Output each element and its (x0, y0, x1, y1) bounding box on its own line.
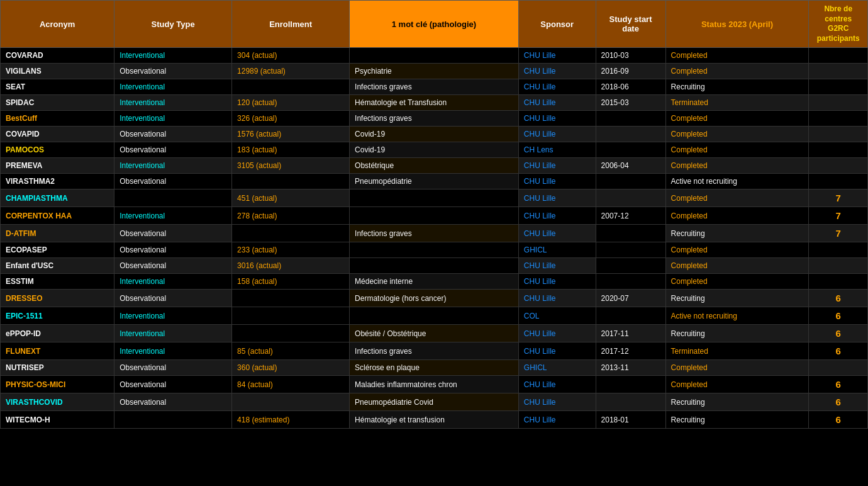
table-row: NUTRISEPObservational360 (actual)Scléros… (1, 360, 868, 376)
cell-start-date (596, 174, 665, 189)
cell-acronym: D-ATFIM (1, 225, 114, 242)
cell-keyword: Infections graves (350, 225, 519, 242)
cell-sponsor: CHU Lille (518, 290, 596, 307)
cell-nbre: 6 (809, 342, 868, 360)
cell-keyword: Covid-19 (350, 142, 519, 158)
header-acronym: Acronym (1, 1, 114, 48)
cell-nbre: 7 (809, 207, 868, 225)
cell-study-type: Interventional (114, 274, 232, 290)
cell-study-type: Observational (114, 64, 232, 79)
cell-acronym: WITECMO-H (1, 411, 114, 429)
cell-start-date (596, 307, 665, 325)
cell-nbre: 7 (809, 225, 868, 242)
cell-start-date: 2015-03 (596, 95, 665, 111)
cell-keyword (350, 242, 519, 258)
cell-start-date: 2016-09 (596, 64, 665, 79)
cell-start-date (596, 225, 665, 242)
cell-sponsor: CHU Lille (518, 207, 596, 225)
cell-start-date (596, 142, 665, 158)
table-row: VIGILANSObservational12989 (actual)Psych… (1, 64, 868, 79)
cell-enrollment: 120 (actual) (232, 95, 350, 111)
cell-acronym: NUTRISEP (1, 360, 114, 376)
table-row: WITECMO-H418 (estimated)Hématologie et t… (1, 411, 868, 429)
cell-enrollment: 183 (actual) (232, 142, 350, 158)
cell-nbre (809, 48, 868, 64)
cell-nbre: 6 (809, 325, 868, 342)
cell-start-date: 2017-12 (596, 342, 665, 360)
table-row: EPIC-1511InterventionalCOLActive not rec… (1, 307, 868, 325)
cell-sponsor: CHU Lille (518, 393, 596, 411)
cell-enrollment (232, 325, 350, 342)
table-row: ESSTIMInterventional158 (actual)Médecine… (1, 274, 868, 290)
cell-acronym: PHYSIC-OS-MICI (1, 376, 114, 393)
cell-keyword: Hématologie et transfusion (350, 411, 519, 429)
cell-study-type: Observational (114, 225, 232, 242)
header-sponsor: Sponsor (518, 1, 596, 48)
cell-status: Completed (665, 376, 809, 393)
header-row: Acronym Study Type Enrollment 1 mot clé … (1, 1, 868, 48)
cell-acronym: EPIC-1511 (1, 307, 114, 325)
cell-status: Completed (665, 111, 809, 127)
main-table: Acronym Study Type Enrollment 1 mot clé … (0, 0, 868, 429)
cell-keyword: Pneumopédiatrie (350, 174, 519, 189)
cell-acronym: PREMEVA (1, 158, 114, 174)
cell-acronym: ECOPASEP (1, 242, 114, 258)
cell-keyword: Médecine interne (350, 274, 519, 290)
table-row: D-ATFIMObservationalInfections gravesCHU… (1, 225, 868, 242)
cell-enrollment: 418 (estimated) (232, 411, 350, 429)
cell-study-type: Observational (114, 258, 232, 274)
cell-nbre: 6 (809, 307, 868, 325)
cell-sponsor: CHU Lille (518, 411, 596, 429)
cell-study-type: Observational (114, 290, 232, 307)
cell-keyword: Infections graves (350, 342, 519, 360)
cell-start-date (596, 127, 665, 142)
cell-keyword: Maladies inflammatoires chron (350, 376, 519, 393)
cell-nbre (809, 274, 868, 290)
cell-start-date (596, 242, 665, 258)
header-keyword: 1 mot clé (pathologie) (350, 1, 519, 48)
cell-start-date (596, 376, 665, 393)
cell-enrollment: 12989 (actual) (232, 64, 350, 79)
cell-study-type: Interventional (114, 342, 232, 360)
cell-enrollment: 304 (actual) (232, 48, 350, 64)
cell-nbre (809, 111, 868, 127)
table-row: CHAMPIASTHMA451 (actual)CHU LilleComplet… (1, 189, 868, 207)
cell-start-date: 2013-11 (596, 360, 665, 376)
cell-acronym: ESSTIM (1, 274, 114, 290)
cell-acronym: Enfant d'USC (1, 258, 114, 274)
cell-acronym: PAMOCOS (1, 142, 114, 158)
table-row: CORPENTOX HAAInterventional278 (actual)C… (1, 207, 868, 225)
cell-nbre (809, 95, 868, 111)
cell-nbre (809, 142, 868, 158)
cell-start-date (596, 393, 665, 411)
cell-status: Completed (665, 258, 809, 274)
table-row: COVARADInterventional304 (actual)CHU Lil… (1, 48, 868, 64)
cell-sponsor: CHU Lille (518, 342, 596, 360)
cell-nbre (809, 158, 868, 174)
table-row: SPIDACInterventional120 (actual)Hématolo… (1, 95, 868, 111)
cell-sponsor: CHU Lille (518, 127, 596, 142)
cell-acronym: VIRASTHMA2 (1, 174, 114, 189)
cell-keyword: Obésité / Obstétrique (350, 325, 519, 342)
cell-enrollment: 233 (actual) (232, 242, 350, 258)
cell-study-type: Observational (114, 142, 232, 158)
cell-acronym: ePPOP-ID (1, 325, 114, 342)
cell-enrollment (232, 174, 350, 189)
cell-acronym: FLUNEXT (1, 342, 114, 360)
cell-keyword (350, 207, 519, 225)
header-enrollment: Enrollment (232, 1, 350, 48)
table-row: VIRASTHCOVIDObservationalPneumopédiatrie… (1, 393, 868, 411)
table-row: PAMOCOSObservational183 (actual)Covid-19… (1, 142, 868, 158)
cell-sponsor: CHU Lille (518, 258, 596, 274)
cell-acronym: DRESSEO (1, 290, 114, 307)
cell-sponsor: CHU Lille (518, 95, 596, 111)
cell-status: Recruiting (665, 225, 809, 242)
cell-keyword (350, 48, 519, 64)
table-row: SEATInterventionalInfections gravesCHU L… (1, 79, 868, 95)
cell-nbre: 6 (809, 411, 868, 429)
cell-start-date: 2006-04 (596, 158, 665, 174)
table-row: BestCuffInterventional326 (actual)Infect… (1, 111, 868, 127)
cell-status: Completed (665, 48, 809, 64)
cell-keyword: Dermatologie (hors cancer) (350, 290, 519, 307)
cell-study-type (114, 189, 232, 207)
